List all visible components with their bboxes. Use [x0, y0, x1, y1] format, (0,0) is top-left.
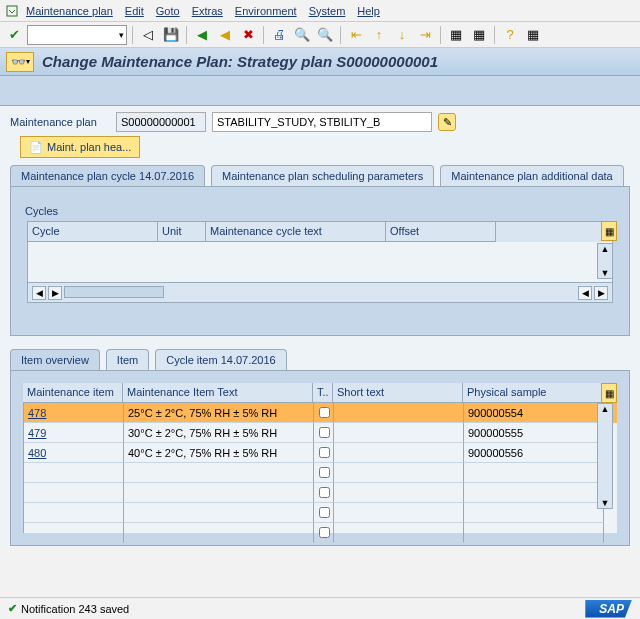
- tab-item-overview[interactable]: Item overview: [10, 349, 100, 371]
- maint-plan-label: Maintenance plan: [10, 116, 110, 128]
- scroll-left2-icon[interactable]: ◀: [578, 286, 592, 300]
- menu-environment[interactable]: Environment: [235, 5, 297, 17]
- last-page-icon[interactable]: ⇥: [415, 25, 435, 45]
- short-text-cell: [334, 403, 464, 423]
- menu-extras[interactable]: Extras: [192, 5, 223, 17]
- col-short: Short text: [333, 383, 463, 403]
- menu-system[interactable]: System: [309, 5, 346, 17]
- page-title: Change Maintenance Plan: Strategy plan S…: [42, 53, 438, 70]
- layout-icon[interactable]: ▦: [523, 25, 543, 45]
- print-icon[interactable]: 🖨: [269, 25, 289, 45]
- first-page-icon[interactable]: ⇤: [346, 25, 366, 45]
- maint-item-link[interactable]: 478: [28, 407, 46, 419]
- maint-plan-header-button[interactable]: 📄Maint. plan hea...: [20, 136, 140, 158]
- col-cycle: Cycle: [28, 222, 158, 242]
- item-text-cell: 25°C ± 2°C, 75% RH ± 5% RH: [124, 403, 314, 423]
- cycles-label: Cycles: [25, 205, 621, 217]
- table-row[interactable]: 47930°C ± 2°C, 75% RH ± 5% RH900000555: [24, 423, 617, 443]
- sap-logo: SAP: [585, 600, 632, 618]
- table-row[interactable]: 48040°C ± 2°C, 75% RH ± 5% RH900000556: [24, 443, 617, 463]
- back2-icon[interactable]: ◀: [192, 25, 212, 45]
- maint-item-link[interactable]: 480: [28, 447, 46, 459]
- items-settings-icon[interactable]: ▦: [601, 383, 617, 403]
- menu-help[interactable]: Help: [357, 5, 380, 17]
- item-checkbox[interactable]: [314, 423, 334, 443]
- col-offset: Offset: [386, 222, 496, 242]
- col-cycle-text: Maintenance cycle text: [206, 222, 386, 242]
- tab-item[interactable]: Item: [106, 349, 149, 371]
- cycles-grid-body[interactable]: [28, 242, 612, 282]
- col-t: T..: [313, 383, 333, 403]
- next-page-icon[interactable]: ↓: [392, 25, 412, 45]
- scroll-right-icon[interactable]: ▶: [48, 286, 62, 300]
- title-button[interactable]: 👓▾: [6, 52, 34, 72]
- sample-cell: 900000556: [464, 443, 604, 463]
- sample-cell: 900000555: [464, 423, 604, 443]
- table-row[interactable]: 47825°C ± 2°C, 75% RH ± 5% RH900000554: [24, 403, 617, 423]
- table-row[interactable]: [24, 463, 617, 483]
- menu-maintenance-plan[interactable]: Maintenance plan: [26, 5, 113, 17]
- ok-icon[interactable]: ✔: [4, 25, 24, 45]
- scroll-left-icon[interactable]: ◀: [32, 286, 46, 300]
- plan-text-field[interactable]: STABILITY_STUDY, STBILITY_B: [212, 112, 432, 132]
- shortcut-icon[interactable]: ▦: [469, 25, 489, 45]
- items-vscroll[interactable]: ▲▼: [597, 403, 613, 509]
- exit-icon[interactable]: ◀: [215, 25, 235, 45]
- grid-settings-icon[interactable]: ▦: [601, 221, 617, 241]
- tab-cycle-item[interactable]: Cycle item 14.07.2016: [155, 349, 286, 371]
- command-field[interactable]: ▾: [27, 25, 127, 45]
- short-text-cell: [334, 443, 464, 463]
- table-row[interactable]: [24, 483, 617, 503]
- help-icon[interactable]: ?: [500, 25, 520, 45]
- sample-cell: 900000554: [464, 403, 604, 423]
- edit-icon[interactable]: ✎: [438, 113, 456, 131]
- menu-goto[interactable]: Goto: [156, 5, 180, 17]
- scroll-right2-icon[interactable]: ▶: [594, 286, 608, 300]
- col-sample: Physical sample: [463, 383, 603, 403]
- col-maint-item: Maintenance item: [23, 383, 123, 403]
- cancel-icon[interactable]: ✖: [238, 25, 258, 45]
- col-unit: Unit: [158, 222, 206, 242]
- back-icon[interactable]: ◁: [138, 25, 158, 45]
- find-icon[interactable]: 🔍: [292, 25, 312, 45]
- menu-icon[interactable]: [4, 3, 20, 19]
- table-row[interactable]: [24, 503, 617, 523]
- find-next-icon[interactable]: 🔍: [315, 25, 335, 45]
- tab-cycle[interactable]: Maintenance plan cycle 14.07.2016: [10, 165, 205, 187]
- status-ok-icon: ✔: [8, 602, 17, 615]
- prev-page-icon[interactable]: ↑: [369, 25, 389, 45]
- svg-rect-0: [7, 6, 17, 16]
- item-text-cell: 40°C ± 2°C, 75% RH ± 5% RH: [124, 443, 314, 463]
- short-text-cell: [334, 423, 464, 443]
- table-row[interactable]: [24, 523, 617, 543]
- item-checkbox[interactable]: [314, 443, 334, 463]
- menu-edit[interactable]: Edit: [125, 5, 144, 17]
- plan-number-field: S00000000001: [116, 112, 206, 132]
- status-text: Notification 243 saved: [21, 603, 129, 615]
- item-text-cell: 30°C ± 2°C, 75% RH ± 5% RH: [124, 423, 314, 443]
- maint-item-link[interactable]: 479: [28, 427, 46, 439]
- tab-scheduling[interactable]: Maintenance plan scheduling parameters: [211, 165, 434, 187]
- session-icon[interactable]: ▦: [446, 25, 466, 45]
- cycles-vscroll[interactable]: ▲▼: [597, 243, 613, 279]
- tab-additional[interactable]: Maintenance plan additional data: [440, 165, 623, 187]
- save-icon[interactable]: 💾: [161, 25, 181, 45]
- col-item-text: Maintenance Item Text: [123, 383, 313, 403]
- item-checkbox[interactable]: [314, 403, 334, 423]
